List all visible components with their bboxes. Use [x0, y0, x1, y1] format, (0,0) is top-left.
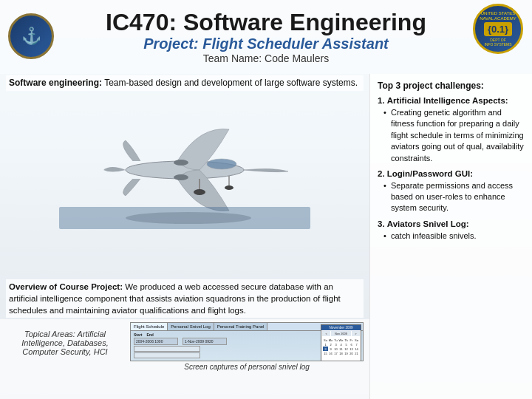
row-empty — [134, 346, 200, 352]
tab-snivel-log[interactable]: Personal Snivel Log — [168, 323, 214, 330]
cal-date-21[interactable]: 21 — [354, 351, 359, 355]
svg-rect-10 — [59, 207, 310, 229]
challenge-1-number: 1. — [378, 96, 385, 105]
end-label: End — [146, 332, 153, 337]
challenge-3-item-1: catch infeasible snivels. — [383, 231, 525, 242]
cal-date-19[interactable]: 19 — [344, 351, 349, 355]
svg-point-8 — [225, 185, 233, 190]
screenshot-inner: Flight Schedule Personal Snivel Log Pers… — [131, 323, 363, 361]
logo-left — [6, 4, 56, 69]
svg-point-3 — [174, 160, 188, 166]
start-label: Start — [134, 332, 142, 337]
sw-eng-section: Software engineering: Team-based design … — [6, 75, 364, 91]
svg-point-2 — [207, 159, 236, 169]
challenge-2-list: Separate permissions and access based on… — [378, 180, 525, 214]
challenge-2-item-1: Separate permissions and access based on… — [383, 180, 525, 214]
jet-svg — [59, 111, 310, 229]
row-end-date: 1-Nov-2009 0920 — [183, 338, 227, 345]
challenge-1-item-1: Creating genetic algorithm and fitness f… — [383, 107, 525, 164]
calendar-header: November 2009 — [321, 325, 361, 330]
team-name: Team Name: Code Maulers — [59, 52, 473, 64]
cal-date-15[interactable]: 15 — [323, 351, 328, 355]
challenge-2: 2. Login/Password GUI: Separate permissi… — [378, 168, 525, 214]
sw-eng-label: Software engineering: — [9, 78, 102, 88]
bottom-section: Topical Areas: Artificial Intelligence, … — [0, 319, 369, 399]
slide-subtitle: Project: Flight Scheduler Assistant — [59, 35, 473, 52]
calendar-widget: November 2009 < Nov 2009 > — [321, 324, 361, 361]
challenge-1-label: Artificial Intelligence Aspects: — [387, 96, 508, 105]
calendar-grid: Su Mo Tu We Th Fr Sa 1 — [322, 337, 360, 356]
tab-training-panel[interactable]: Personal Training Panel — [214, 323, 268, 330]
cal-date-18[interactable]: 18 — [338, 351, 344, 355]
challenge-3: 3. Aviators Snivel Log: catch infeasible… — [378, 218, 525, 242]
tab-flight-schedule[interactable]: Flight Schedule — [131, 323, 168, 330]
left-panel: Software engineering: Team-based design … — [0, 74, 369, 399]
cal-date-20[interactable]: 20 — [349, 351, 354, 355]
screenshot-wrapper: Flight Schedule Personal Snivel Log Pers… — [130, 322, 364, 371]
topical-areas: Topical Areas: Artificial Intelligence, … — [6, 322, 124, 356]
challenge-1: 1. Artificial Intelligence Aspects: Crea… — [378, 95, 525, 164]
jet-image-container — [0, 96, 369, 244]
challenge-1-list: Creating genetic algorithm and fitness f… — [378, 107, 525, 164]
usna-anchor-logo — [8, 13, 54, 59]
screenshot-box: Flight Schedule Personal Snivel Log Pers… — [130, 322, 364, 361]
slide: IC470: Software Engineering Project: Fli… — [0, 0, 532, 399]
cal-date-16[interactable]: 16 — [328, 351, 333, 355]
cal-next[interactable]: > — [352, 331, 360, 336]
logo-right: UNITED STATESNAVAL ACADEMY {0.1} DEPT OF… — [473, 4, 526, 57]
svg-point-4 — [174, 174, 188, 180]
challenge-2-number: 2. — [378, 169, 385, 178]
sw-eng-body: Team-based design and development of lar… — [102, 78, 358, 88]
cal-date-17[interactable]: 17 — [333, 351, 338, 355]
challenge-2-label: Login/Password GUI: — [387, 169, 473, 178]
challenge-3-number: 3. — [378, 219, 385, 228]
challenge-3-list: catch infeasible snivels. — [378, 231, 525, 242]
screenshot-caption: Screen captures of personal snivel log — [130, 363, 364, 371]
cal-prev[interactable]: < — [322, 331, 330, 336]
challenges-title: Top 3 project challenges: — [378, 80, 525, 92]
calendar-nav: < Nov 2009 > — [322, 331, 360, 336]
challenge-3-label: Aviators Snivel Log: — [387, 219, 469, 228]
svg-point-6 — [194, 189, 205, 195]
right-panel: Top 3 project challenges: 1. Artificial … — [369, 74, 532, 399]
header: IC470: Software Engineering Project: Fli… — [0, 0, 532, 74]
screenshot-content: Start End 2004-2006 1000 1-Nov-2009 0920 — [131, 331, 363, 361]
screenshot-body: Start End 2004-2006 1000 1-Nov-2009 0920 — [134, 332, 360, 359]
overview-label: Overview of Course Project: — [9, 282, 123, 291]
slide-title: IC470: Software Engineering — [59, 10, 473, 35]
cal-month-year: Nov 2009 — [331, 331, 350, 336]
logo-badge: {0.1} — [484, 22, 512, 36]
calendar-controls: < Nov 2009 > Su Mo Tu — [321, 330, 361, 357]
row-empty-2 — [134, 352, 200, 358]
overview-section: Overview of Course Project: We produced … — [6, 279, 364, 318]
row-start-date: 2004-2006 1000 — [134, 338, 178, 345]
usna-0-1-logo: UNITED STATESNAVAL ACADEMY {0.1} DEPT OF… — [473, 4, 523, 54]
header-text: IC470: Software Engineering Project: Fli… — [59, 10, 473, 64]
main-content: Software engineering: Team-based design … — [0, 74, 532, 399]
